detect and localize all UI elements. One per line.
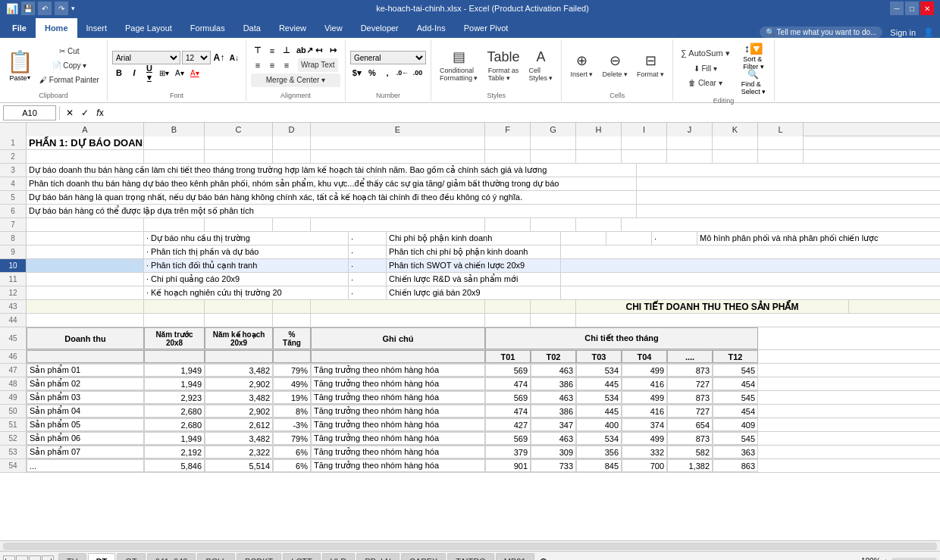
cell-G47[interactable]: 463 — [531, 364, 576, 377]
cell-I47[interactable]: 499 — [622, 364, 667, 377]
cell-A45[interactable]: Doanh thu — [27, 327, 144, 349]
tab-review[interactable]: Review — [270, 18, 315, 38]
cell-C2[interactable] — [205, 150, 273, 163]
sheet-nav-first[interactable]: |◄ — [3, 555, 15, 561]
cell-E48[interactable]: Tăng trưởng theo nhóm hàng hóa — [311, 377, 485, 390]
cell-J49[interactable]: 873 — [667, 391, 713, 404]
cell-K47[interactable]: 545 — [713, 364, 758, 377]
cell-B7[interactable] — [144, 218, 205, 231]
cell-A44[interactable] — [27, 314, 144, 327]
insert-button[interactable]: ⊕ Insert ▾ — [566, 45, 597, 85]
cell-F44[interactable] — [485, 314, 531, 327]
cell-I54[interactable]: 700 — [622, 459, 667, 472]
cell-H43[interactable]: CHI TIẾT DOANH THU THEO SẢN PHẨM — [576, 300, 849, 313]
row-num[interactable]: 3 — [0, 164, 27, 177]
user-icon[interactable]: 👤 — [923, 27, 934, 37]
row-num[interactable]: 4 — [0, 177, 27, 190]
cell-A10[interactable] — [27, 259, 144, 272]
cell-I2[interactable] — [622, 150, 667, 163]
sheet-nav-next[interactable]: ► — [29, 555, 41, 561]
cell-K52[interactable]: 545 — [713, 432, 758, 445]
row-num[interactable]: 2 — [0, 150, 27, 163]
cell-A52[interactable]: Sản phẩm 06 — [27, 432, 144, 445]
sheet-tab-BCDKT[interactable]: BCĐKT — [237, 553, 281, 561]
cell-K2[interactable] — [713, 150, 758, 163]
decrease-font-btn[interactable]: A↓ — [227, 51, 241, 64]
cell-D45[interactable]: %Tăng — [273, 327, 311, 349]
cell-G48[interactable]: 386 — [531, 377, 576, 390]
cell-G52[interactable]: 463 — [531, 432, 576, 445]
cell-E7[interactable] — [311, 218, 485, 231]
row-num[interactable]: 12 — [0, 286, 27, 299]
cell-E8[interactable]: Chi phí bộ phận kinh doanh — [387, 232, 561, 245]
delete-button[interactable]: ⊖ Delete ▾ — [599, 45, 632, 85]
cell-C53[interactable]: 2,322 — [205, 446, 273, 458]
cell-D7[interactable] — [273, 218, 311, 231]
indent-increase-btn[interactable]: ↦ — [327, 44, 340, 58]
cell-A51[interactable]: Sản phẩm 05 — [27, 418, 144, 431]
tab-insert[interactable]: Insert — [77, 18, 117, 38]
percent-btn[interactable]: % — [365, 66, 379, 80]
cell-A11[interactable] — [27, 273, 144, 286]
row-num[interactable]: 9 — [0, 246, 27, 258]
sheet-tab-PP_LN[interactable]: PP_LN — [356, 553, 400, 561]
cell-I49[interactable]: 499 — [622, 391, 667, 404]
cell-D51[interactable]: -3% — [273, 418, 311, 431]
cell-H53[interactable]: 356 — [576, 446, 622, 458]
cell-F8[interactable] — [561, 232, 606, 245]
cell-J1[interactable] — [667, 136, 713, 149]
cell-C50[interactable]: 2,902 — [205, 405, 273, 418]
cell-C44[interactable] — [205, 314, 273, 327]
cell-E43[interactable] — [311, 300, 485, 313]
cell-F1[interactable] — [485, 136, 531, 149]
cell-B49[interactable]: 2,923 — [144, 391, 205, 404]
cell-A50[interactable]: Sản phẩm 04 — [27, 405, 144, 418]
cell-H8[interactable]: · — [652, 232, 697, 245]
cell-D12[interactable]: · — [349, 286, 387, 299]
cell-E44[interactable] — [311, 314, 485, 327]
align-top-btn[interactable]: ⊤ — [251, 44, 265, 58]
cell-G54[interactable]: 733 — [531, 459, 576, 472]
cell-D44[interactable] — [273, 314, 311, 327]
cell-I46[interactable]: T04 — [622, 350, 667, 363]
cell-E12[interactable]: Chiến lược giá bán 20x9 — [387, 286, 561, 299]
cell-B52[interactable]: 1,949 — [144, 432, 205, 445]
cell-B48[interactable]: 1,949 — [144, 377, 205, 390]
cell-D52[interactable]: 79% — [273, 432, 311, 445]
row-num[interactable]: 7 — [0, 218, 27, 231]
cell-H50[interactable]: 445 — [576, 405, 622, 418]
cell-G1[interactable] — [531, 136, 576, 149]
cell-I53[interactable]: 332 — [622, 446, 667, 458]
tab-home[interactable]: Home — [36, 18, 77, 38]
save-quick-btn[interactable]: 💾 — [21, 2, 35, 15]
cell-B11[interactable]: · Chi phí quảng cáo 20x9 — [144, 273, 349, 286]
cell-E52[interactable]: Tăng trưởng theo nhóm hàng hóa — [311, 432, 485, 445]
cell-F46[interactable]: T01 — [485, 350, 531, 363]
horizontal-scrollbar[interactable] — [0, 540, 940, 551]
align-right-btn[interactable]: ≡ — [280, 58, 293, 72]
cell-G8[interactable] — [606, 232, 652, 245]
cell-B9[interactable]: · Phân tích thị phần và dự báo — [144, 246, 349, 258]
cell-D50[interactable]: 8% — [273, 405, 311, 418]
cell-A7[interactable] — [27, 218, 144, 231]
cell-C47[interactable]: 3,482 — [205, 364, 273, 377]
align-center-btn[interactable]: ≡ — [265, 58, 279, 72]
cell-A1[interactable]: PHẦN 1: DỰ BÁO DOANH THU BÁN HÀNG — [27, 136, 144, 149]
bold-button[interactable]: B — [112, 66, 126, 80]
cell-B47[interactable]: 1,949 — [144, 364, 205, 377]
sheet-tab-LCTT[interactable]: LCTT — [283, 553, 321, 561]
cell-F52[interactable]: 569 — [485, 432, 531, 445]
tab-file[interactable]: File — [3, 18, 36, 38]
row-num[interactable]: 44 — [0, 314, 27, 327]
cell-I51[interactable]: 374 — [622, 418, 667, 431]
cell-J54[interactable]: 1,382 — [667, 459, 713, 472]
fill-color-button[interactable]: A▾ — [173, 66, 186, 80]
italic-button[interactable]: I — [127, 66, 141, 80]
row-num[interactable]: 11 — [0, 273, 27, 286]
cell-F2[interactable] — [485, 150, 531, 163]
format-as-table-button[interactable]: Table Format asTable ▾ — [483, 45, 523, 85]
cell-C48[interactable]: 2,902 — [205, 377, 273, 390]
cell-B53[interactable]: 2,192 — [144, 446, 205, 458]
row-num[interactable]: 1 — [0, 136, 27, 149]
cell-J50[interactable]: 727 — [667, 405, 713, 418]
